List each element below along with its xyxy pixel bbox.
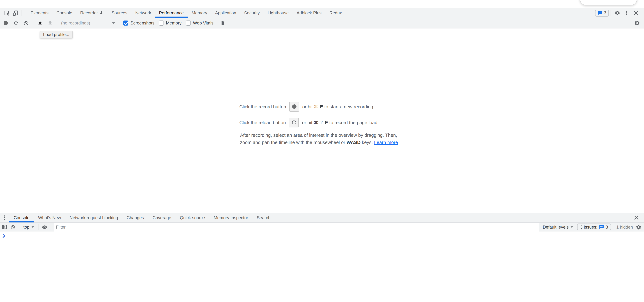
tab-memory[interactable]: Memory (188, 8, 211, 18)
reload-instruction-row: Click the reload button or hit ⌘ ⇧ E to … (239, 117, 378, 127)
console-toolbar: top Default levels 3 Issues: 3 1 hidden (0, 223, 644, 231)
recordings-select[interactable]: (no recordings) (59, 21, 115, 26)
log-levels-select[interactable]: Default levels (543, 224, 573, 229)
console-prompt-chevron-icon (2, 234, 6, 238)
drawer-tab-quick-source[interactable]: Quick source (176, 213, 209, 222)
issues-counter-button[interactable]: 3 (595, 10, 609, 16)
inspect-element-icon[interactable] (2, 8, 11, 18)
save-profile-icon[interactable] (45, 18, 55, 28)
close-drawer-icon[interactable] (632, 213, 641, 222)
checkbox-unchecked-icon (159, 21, 164, 26)
drawer-tab-coverage[interactable]: Coverage (148, 213, 176, 222)
web-vitals-checkbox[interactable]: Web Vitals (186, 21, 214, 26)
issues-count: 3 (604, 11, 606, 16)
hidden-messages-label: 1 hidden (616, 224, 633, 229)
chevron-down-icon (31, 226, 34, 228)
settings-gear-icon[interactable] (613, 8, 622, 18)
console-issues-button[interactable]: 3 Issues: 3 (577, 224, 611, 230)
drawer-tab-network-request-blocking[interactable]: Network request blocking (65, 213, 122, 222)
screenshots-checkbox[interactable]: Screenshots (123, 21, 154, 26)
chevron-down-icon (570, 226, 573, 228)
console-filter-input[interactable] (54, 223, 539, 231)
usage-hint-paragraph: After recording, select an area of inter… (240, 132, 409, 146)
tabbar-left-icons (0, 8, 24, 18)
checkbox-unchecked-icon (186, 21, 191, 26)
clear-console-icon[interactable] (8, 223, 17, 231)
console-sidebar-toggle-icon[interactable] (0, 223, 8, 231)
tab-network[interactable]: Network (131, 8, 155, 18)
flask-icon (99, 11, 104, 15)
issues-bubble-icon (599, 225, 604, 229)
cmd-key-symbol: ⌘ (314, 120, 318, 125)
record-icon (4, 21, 8, 25)
drawer-tab-console[interactable]: Console (9, 213, 34, 222)
tab-performance[interactable]: Performance (155, 8, 188, 18)
record-button[interactable] (1, 18, 11, 28)
record-demo-button[interactable] (289, 102, 299, 111)
tab-recorder[interactable]: Recorder (76, 8, 108, 18)
tab-console[interactable]: Console (52, 8, 76, 18)
clear-recording-icon[interactable] (21, 18, 31, 28)
tab-application[interactable]: Application (211, 8, 240, 18)
tab-redux[interactable]: Redux (326, 8, 346, 18)
record-icon (292, 104, 296, 109)
load-profile-tooltip: Load profile... (40, 31, 72, 38)
drawer: Console What's New Network request block… (0, 213, 644, 302)
browser-page-strip (0, 0, 644, 8)
execution-context-select[interactable]: top (21, 224, 36, 229)
e-key: E (325, 120, 328, 125)
console-prompt-line[interactable] (0, 231, 644, 302)
chevron-down-icon (112, 22, 115, 24)
tab-sources[interactable]: Sources (108, 8, 131, 18)
devtools-window: Elements Console Recorder Sources Networ… (0, 0, 644, 302)
tab-adblock-plus[interactable]: Adblock Plus (293, 8, 326, 18)
reload-and-record-button[interactable] (11, 18, 21, 28)
drawer-tabbar: Console What's New Network request block… (0, 213, 644, 223)
more-options-icon[interactable] (622, 8, 632, 18)
devtools-tabbar: Elements Console Recorder Sources Networ… (0, 8, 644, 18)
cmd-key-symbol: ⌘ (314, 104, 318, 109)
performance-panel: Load profile... Click the record button … (0, 29, 644, 213)
drawer-more-tools-icon[interactable] (0, 213, 9, 222)
learn-more-link[interactable]: Learn more (374, 140, 398, 145)
tab-elements[interactable]: Elements (26, 8, 52, 18)
performance-toolbar: (no recordings) Screenshots Memory Web V… (0, 18, 644, 29)
capture-settings-gear-icon[interactable] (632, 18, 642, 28)
panel-tabs: Elements Console Recorder Sources Networ… (26, 8, 346, 18)
drawer-tab-memory-inspector[interactable]: Memory Inspector (209, 213, 252, 222)
close-devtools-icon[interactable] (632, 8, 641, 18)
checkbox-checked-icon (123, 21, 128, 26)
tab-security[interactable]: Security (240, 8, 264, 18)
browser-pill-overlay (580, 0, 637, 6)
tab-lighthouse[interactable]: Lighthouse (264, 8, 292, 18)
memory-checkbox[interactable]: Memory (159, 21, 182, 26)
tabbar-separator (22, 10, 22, 16)
drawer-tab-search[interactable]: Search (252, 213, 275, 222)
tabbar-right-controls: 3 (595, 8, 644, 18)
issues-bubble-icon (598, 11, 602, 15)
load-profile-icon[interactable] (35, 18, 45, 28)
console-settings-gear-icon[interactable] (634, 223, 643, 231)
drawer-tab-whats-new[interactable]: What's New (34, 213, 65, 222)
garbage-collect-icon[interactable] (218, 18, 228, 28)
device-toolbar-icon[interactable] (11, 8, 20, 18)
e-key: E (320, 104, 323, 109)
shift-key-symbol: ⇧ (320, 120, 324, 125)
drawer-tab-changes[interactable]: Changes (122, 213, 148, 222)
live-expression-eye-icon[interactable] (40, 223, 49, 231)
reload-demo-button[interactable] (289, 117, 299, 127)
record-instruction-row: Click the record button or hit ⌘ E to st… (239, 101, 374, 112)
